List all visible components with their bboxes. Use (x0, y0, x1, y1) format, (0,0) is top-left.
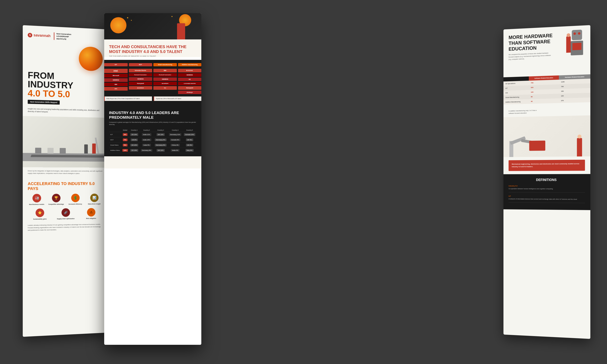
row-iot-c2: India 11% (139, 132, 154, 137)
ibm-smart-tag: IBM (153, 69, 177, 72)
box-item-3 (60, 148, 66, 154)
row-smart-c1: US 12% (129, 143, 140, 148)
red-box-text: Mechanical engineering, electronics and … (512, 163, 582, 168)
col-smart: IBM Rockwell Automation SIEMENS accentur… (153, 69, 177, 94)
def-desc-iot: A network of interrelated devices that c… (509, 198, 585, 200)
employers-chart: IOT IIIOT Smart manufacturing Additive m… (104, 60, 201, 106)
honeywell-iiiot-tag: Honeywell (129, 82, 152, 85)
icon-competitive-circle: 🏆 (52, 194, 60, 202)
note-box-1: Rolls Royce has 17% of Intel Corporation… (104, 96, 152, 101)
th-c1: Country 1 (129, 129, 140, 132)
icon-data-circle: 📊 (90, 194, 98, 202)
row-smart-c2: India 5% (139, 143, 154, 148)
table-row-smart: Smart Manu 5% US 12% India 5% Germany 9%… (109, 143, 197, 148)
row-additive-c5: Italy 8% (183, 148, 197, 153)
robot-torso (571, 41, 583, 55)
hw-title: MORE HARDWARE THAN SOFTWARE EDUCATION (509, 33, 553, 52)
box-item-1 (35, 148, 41, 154)
decor-circle-1 (110, 17, 126, 33)
icon-efficiency-label: Increased efficiency (69, 203, 82, 205)
th-c3: Country 3 (154, 129, 168, 132)
note-box-2: Toyota has 19% of Microsoft's IOT talent (154, 96, 201, 101)
conveyor-belt-2 (31, 155, 108, 157)
table-row-additive: Additive Manu 13% US 14% Germany 8% UK 1… (109, 148, 197, 153)
ge-tag: GE (178, 78, 201, 81)
icon-new-business-circle: 🏭 (32, 194, 41, 202)
edu-cell-additive-hw: 27K (559, 97, 590, 103)
decor-star-3: ✦ (171, 15, 173, 18)
rockwell-iiiot-tag: Rockwell Automation (129, 73, 152, 77)
row-iot-global: 9% (121, 132, 129, 137)
edu-table-wrap: Software Related Education Hardware Rela… (503, 74, 590, 104)
icon-data-label: Data-driven insight (88, 203, 101, 205)
icon-sustainability: ⭐ Sustainability gains (28, 208, 52, 220)
person-figure-1 (92, 143, 96, 154)
title-version: 4.0 TO 5.0 (28, 88, 70, 99)
right-top-section: MORE HARDWARE THAN SOFTWARE EDUCATION We… (503, 25, 590, 77)
row-iot-c5: Canada 10% (183, 132, 197, 137)
table-header-row: Global Country 1 Country 2 Country 3 Cou… (109, 129, 197, 132)
icon-supply-label: Supply-chain optimisation (57, 218, 74, 220)
company-bars: intel. Microsoft SIEMENS IBM aws Schneid… (104, 69, 201, 94)
globe-sphere (79, 46, 103, 71)
icon-supply-chain: 🔗 Supply-chain optimisation (54, 208, 78, 220)
cat-smart: Smart manufacturing (153, 63, 177, 66)
schneider-tag: Schneider Electric (129, 69, 152, 72)
tcs-smart-tag: tcs (153, 86, 177, 90)
accel-section: ACCELERATING TO INDUSTRY 5.0 PAYS 🏭 New … (23, 178, 108, 224)
row-iot-c1: US 14% (129, 132, 140, 137)
robot-screen (572, 43, 581, 50)
definitions-section: DEFINITIONS Industry 5.0 Co-operation be… (503, 174, 590, 210)
person-figure-2 (84, 144, 88, 154)
icon-new-business: 🏭 New Business models (28, 194, 46, 205)
icon-efficiency: 💲 Increased efficiency (66, 194, 84, 205)
th-c4: Country 4 (168, 129, 183, 132)
def-item-industry5: Industry 5.0 Co-operation between human … (509, 185, 585, 193)
accenture-iiiot-tag: accenture (129, 86, 152, 90)
row-iiiot-c5: UK 5% (183, 137, 197, 143)
icon-grid-bottom: ⭐ Sustainability gains 🔗 Supply-chain op… (28, 208, 103, 220)
globe-area (23, 42, 108, 78)
cat-additive: Additive manufacturing (178, 63, 201, 66)
savannah-text: savannah (34, 33, 51, 38)
row-smart-c5: UK 6% (183, 143, 197, 148)
robot-head (572, 29, 582, 40)
col-additive: BOEING SIEMENS GE LOCKHEED MARTIN Honeyw… (178, 69, 201, 94)
row-iiiot-global: 7% (121, 137, 129, 143)
savannah-icon: S (28, 33, 32, 38)
top-decoration: ✦ ✦ ✦ (104, 13, 201, 39)
male-subtitle: Compared to global averages for Manufact… (109, 121, 197, 126)
icon-sustainability-circle: ⭐ (36, 208, 44, 217)
note-text: In additive manufacturing only 1 in 5 ha… (503, 106, 547, 117)
row-additive-c3: UK 12% (154, 148, 168, 153)
icon-risk-label: Risk mitigation (86, 218, 96, 220)
row-additive-c2: Germany 8% (139, 148, 154, 153)
lockheed-tag: LOCKHEED MARTIN (178, 82, 201, 85)
th-c2: Country 2 (139, 129, 154, 132)
def-item-iot: IoT A network of interrelated devices th… (509, 195, 585, 203)
gender-table: Global Country 1 Country 2 Country 3 Cou… (109, 129, 197, 153)
ngli-logo: Next Generation LEADERSHIP INSTITUTE (54, 32, 71, 41)
row-smart-c3: Germany 9% (154, 143, 168, 148)
ngli-line3: INSTITUTE (56, 38, 71, 41)
th-global: Global (121, 129, 129, 132)
edu-table: Software Related Education Hardware Rela… (503, 74, 590, 104)
note-boxes: Rolls Royce has 17% of Intel Corporation… (104, 96, 201, 101)
conveyor-illustration (23, 116, 108, 168)
icon-risk-circle: ⚠ (87, 208, 95, 217)
icon-competitive: 🏆 Competitive advantage (47, 194, 65, 205)
row-additive-c1: US 14% (129, 148, 140, 153)
person-robot-area (577, 138, 582, 156)
row-iot-c4: Germany 11% (168, 132, 183, 137)
row-additive-name: Additive Manu (109, 148, 121, 153)
decor-star-1: ✦ (126, 16, 129, 19)
siemens-iiiot-tag: SIEMENS (129, 77, 152, 81)
edu-cell-additive-sw: 4K (529, 98, 559, 104)
icon-new-business-label: New Business models (29, 203, 44, 205)
laptop (529, 141, 545, 151)
honeywell-add-tag: Honeywell (178, 86, 201, 90)
person-right (566, 36, 571, 53)
row-additive-global: 13% (121, 148, 129, 153)
def-term-iot: IoT (509, 195, 585, 197)
hw-desc: We compared the proportion of those who … (509, 52, 553, 61)
